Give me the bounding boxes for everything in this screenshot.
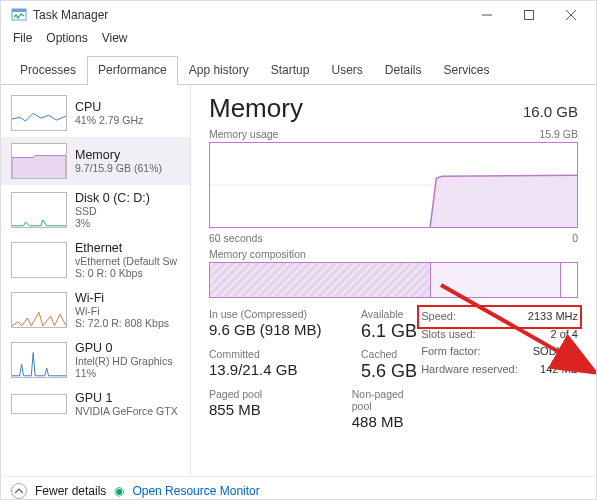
app-icon [11, 7, 27, 23]
sidebar-item-gpu1[interactable]: GPU 1NVIDIA GeForce GTX [1, 385, 190, 423]
hwres-value: 142 MB [540, 361, 578, 379]
hwres-key: Hardware reserved: [421, 361, 518, 379]
x-left-label: 60 seconds [209, 232, 263, 244]
inuse-value: 9.6 GB (918 MB) [209, 321, 339, 338]
tab-app-history[interactable]: App history [178, 56, 260, 85]
menu-file[interactable]: File [7, 29, 38, 49]
sidebar-item-gpu0[interactable]: GPU 0Intel(R) HD Graphics11% [1, 335, 190, 385]
paged-label: Paged pool [209, 388, 330, 400]
tab-startup[interactable]: Startup [260, 56, 321, 85]
x-right-label: 0 [572, 232, 578, 244]
fewer-details-link[interactable]: Fewer details [35, 484, 106, 498]
svg-marker-3 [12, 156, 66, 179]
speed-value: 2133 MHz [528, 308, 578, 326]
usage-max-label: 15.9 GB [539, 128, 578, 140]
minimize-button[interactable] [466, 1, 508, 29]
sidebar-item-wifi[interactable]: Wi-FiWi-FiS: 72.0 R: 808 Kbps [1, 285, 190, 335]
chevron-up-icon[interactable] [11, 483, 27, 499]
cached-label: Cached [361, 348, 417, 360]
svg-rect-1 [12, 9, 26, 12]
resource-monitor-icon: ◉ [114, 484, 124, 498]
gpu1-thumb [11, 394, 67, 414]
close-button[interactable] [550, 1, 592, 29]
svg-rect-2 [525, 11, 534, 20]
svg-marker-5 [430, 175, 577, 227]
disk-thumb [11, 192, 67, 228]
slots-key: Slots used: [421, 326, 475, 344]
window-title: Task Manager [33, 8, 466, 22]
sidebar-item-memory[interactable]: Memory9.7/15.9 GB (61%) [1, 137, 190, 185]
form-value: SODIMM [533, 343, 578, 361]
memory-composition-chart [209, 262, 578, 298]
sidebar-item-label: GPU 0 [75, 341, 172, 355]
nonpaged-value: 488 MB [352, 413, 421, 430]
comp-cached [431, 263, 561, 297]
cpu-thumb [11, 95, 67, 131]
sidebar-item-ethernet[interactable]: EthernetvEthernet (Default SwS: 0 R: 0 K… [1, 235, 190, 285]
sidebar-item-label: Ethernet [75, 241, 177, 255]
slots-value: 2 of 4 [550, 326, 578, 344]
committed-value: 13.9/21.4 GB [209, 361, 339, 378]
paged-value: 855 MB [209, 401, 330, 418]
sidebar-item-label: Disk 0 (C: D:) [75, 191, 150, 205]
menu-view[interactable]: View [96, 29, 134, 49]
sidebar-item-cpu[interactable]: CPU41% 2.79 GHz [1, 89, 190, 137]
tab-performance[interactable]: Performance [87, 56, 178, 85]
menu-options[interactable]: Options [40, 29, 93, 49]
sidebar-item-label: CPU [75, 100, 143, 114]
menubar: File Options View [1, 29, 596, 49]
wifi-thumb [11, 292, 67, 328]
titlebar: Task Manager [1, 1, 596, 29]
form-key: Form factor: [421, 343, 480, 361]
sidebar: CPU41% 2.79 GHz Memory9.7/15.9 GB (61%) … [1, 85, 191, 476]
footer: Fewer details ◉ Open Resource Monitor [1, 476, 596, 500]
committed-label: Committed [209, 348, 339, 360]
composition-label: Memory composition [209, 248, 578, 260]
sidebar-item-label: Wi-Fi [75, 291, 169, 305]
sidebar-item-label: Memory [75, 148, 162, 162]
usage-label: Memory usage [209, 128, 278, 140]
inuse-label: In use (Compressed) [209, 308, 339, 320]
memory-total: 16.0 GB [523, 103, 578, 120]
tab-details[interactable]: Details [374, 56, 433, 85]
speed-key: Speed: [421, 308, 456, 326]
available-label: Available [361, 308, 417, 320]
nonpaged-label: Non-paged pool [352, 388, 421, 412]
tabstrip: Processes Performance App history Startu… [1, 49, 596, 85]
sidebar-item-label: GPU 1 [75, 391, 178, 405]
tab-processes[interactable]: Processes [9, 56, 87, 85]
main-panel: Memory 16.0 GB Memory usage 15.9 GB 60 s… [191, 85, 596, 476]
memory-thumb [11, 143, 67, 179]
tab-services[interactable]: Services [433, 56, 501, 85]
sidebar-item-disk0[interactable]: Disk 0 (C: D:)SSD3% [1, 185, 190, 235]
maximize-button[interactable] [508, 1, 550, 29]
comp-inuse [210, 263, 431, 297]
open-resource-monitor-link[interactable]: Open Resource Monitor [132, 484, 259, 498]
gpu0-thumb [11, 342, 67, 378]
page-title: Memory [209, 93, 303, 124]
ethernet-thumb [11, 242, 67, 278]
cached-value: 5.6 GB [361, 361, 417, 382]
comp-free [561, 263, 577, 297]
available-value: 6.1 GB [361, 321, 417, 342]
tab-users[interactable]: Users [320, 56, 373, 85]
memory-usage-chart [209, 142, 578, 228]
